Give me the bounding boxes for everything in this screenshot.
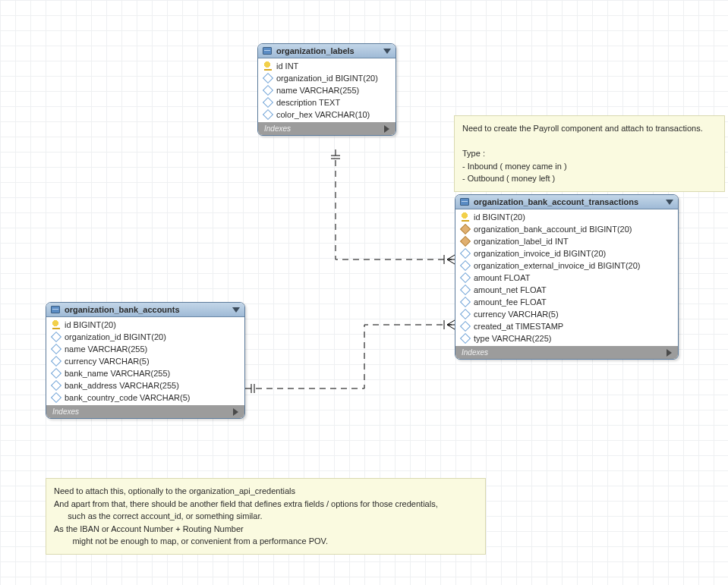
diamond-icon [460, 321, 471, 332]
chevron-right-icon [233, 408, 238, 416]
column-text: organization_id BIGINT(20) [65, 332, 166, 341]
table-header[interactable]: organization_bank_accounts [46, 303, 244, 317]
column-row[interactable]: type VARCHAR(225) [455, 332, 678, 344]
column-row[interactable]: description TEXT [258, 96, 396, 109]
column-row[interactable]: organization_invoice_id BIGINT(20) [455, 247, 678, 259]
column-text: organization_bank_account_id BIGINT(20) [474, 225, 632, 234]
column-text: organization_id BIGINT(20) [276, 74, 378, 83]
column-text: id BIGINT(20) [65, 320, 116, 329]
column-text: currency VARCHAR(5) [474, 310, 559, 319]
column-text: name VARCHAR(255) [276, 86, 359, 95]
diamond-icon [51, 356, 61, 366]
column-row[interactable]: currency VARCHAR(5) [46, 355, 244, 367]
column-text: name VARCHAR(255) [65, 344, 147, 354]
column-row[interactable]: id INT [258, 60, 396, 72]
column-row[interactable]: created_at TIMESTAMP [455, 320, 678, 332]
column-list: id BIGINT(20)organization_bank_account_i… [455, 209, 678, 346]
column-row[interactable]: organization_label_id INT [455, 235, 678, 247]
diamond-icon [460, 248, 471, 259]
diamond-icon [460, 297, 471, 307]
column-row[interactable]: color_hex VARCHAR(10) [258, 109, 396, 121]
column-text: bank_name VARCHAR(255) [65, 369, 170, 378]
table-icon [51, 306, 60, 313]
column-row[interactable]: organization_id BIGINT(20) [46, 331, 244, 343]
table-title: organization_labels [276, 46, 379, 55]
column-row[interactable]: bank_country_code VARCHAR(5) [46, 392, 244, 404]
table-title: organization_bank_account_transactions [474, 197, 661, 206]
diamond-icon [460, 333, 471, 344]
column-text: id INT [276, 61, 298, 71]
column-row[interactable]: name VARCHAR(255) [46, 343, 244, 355]
diamond-icon [460, 272, 471, 283]
diamond-icon [51, 380, 61, 391]
indexes-section[interactable]: Indexes [46, 405, 244, 418]
column-row[interactable]: name VARCHAR(255) [258, 84, 396, 96]
column-text: organization_label_id INT [474, 237, 569, 246]
indexes-section[interactable]: Indexes [455, 346, 678, 359]
indexes-section[interactable]: Indexes [258, 122, 396, 135]
column-row[interactable]: id BIGINT(20) [455, 211, 678, 223]
column-row[interactable]: bank_address VARCHAR(255) [46, 379, 244, 392]
column-text: color_hex VARCHAR(10) [276, 110, 370, 119]
table-icon [263, 47, 272, 55]
column-text: bank_country_code VARCHAR(5) [65, 393, 190, 402]
column-row[interactable]: amount_net FLOAT [455, 284, 678, 296]
key-icon [462, 212, 469, 222]
note-credentials[interactable]: Need to attach this, optionally to the o… [46, 478, 486, 555]
column-text: bank_address VARCHAR(255) [65, 381, 179, 390]
table-title: organization_bank_accounts [65, 305, 228, 314]
note-payroll[interactable]: Need to create the Payroll component and… [454, 115, 725, 192]
column-row[interactable]: organization_id BIGINT(20) [258, 72, 396, 84]
column-text: type VARCHAR(225) [474, 334, 552, 343]
diamond-icon [51, 392, 61, 403]
column-row[interactable]: organization_external_invoice_id BIGINT(… [455, 259, 678, 272]
foreign-key-icon [460, 224, 471, 234]
diamond-icon [51, 332, 61, 342]
diamond-icon [51, 368, 61, 379]
diamond-icon [263, 97, 273, 108]
indexes-label: Indexes [52, 407, 79, 416]
column-text: currency VARCHAR(5) [65, 357, 150, 366]
table-header[interactable]: organization_bank_account_transactions [455, 195, 678, 209]
table-icon [460, 198, 469, 206]
column-row[interactable]: id BIGINT(20) [46, 319, 244, 331]
column-text: organization_invoice_id BIGINT(20) [474, 249, 606, 258]
column-text: organization_external_invoice_id BIGINT(… [474, 261, 641, 270]
diamond-icon [263, 73, 273, 83]
chevron-down-icon [232, 307, 240, 313]
column-row[interactable]: bank_name VARCHAR(255) [46, 367, 244, 379]
diamond-icon [460, 309, 471, 319]
table-organization-bank-accounts[interactable]: organization_bank_accounts id BIGINT(20)… [46, 302, 245, 419]
column-row[interactable]: amount FLOAT [455, 272, 678, 284]
table-organization-bank-account-transactions[interactable]: organization_bank_account_transactions i… [455, 194, 679, 360]
table-organization-labels[interactable]: organization_labels id INTorganization_i… [257, 43, 396, 136]
key-icon [52, 320, 60, 329]
table-header[interactable]: organization_labels [258, 44, 396, 58]
chevron-right-icon [667, 349, 672, 357]
diamond-icon [263, 109, 273, 120]
column-row[interactable]: organization_bank_account_id BIGINT(20) [455, 223, 678, 235]
column-text: amount FLOAT [474, 273, 530, 282]
column-text: amount_fee FLOAT [474, 297, 547, 307]
column-row[interactable]: amount_fee FLOAT [455, 296, 678, 308]
indexes-label: Indexes [462, 348, 488, 357]
chevron-down-icon [383, 49, 391, 54]
column-text: created_at TIMESTAMP [474, 322, 563, 331]
diamond-icon [460, 260, 471, 271]
column-text: amount_net FLOAT [474, 285, 547, 294]
column-text: description TEXT [276, 98, 340, 107]
foreign-key-icon [460, 236, 471, 247]
diamond-icon [263, 85, 273, 96]
column-list: id BIGINT(20)organization_id BIGINT(20)n… [46, 317, 244, 405]
indexes-label: Indexes [264, 124, 291, 133]
chevron-right-icon [384, 125, 389, 133]
column-text: id BIGINT(20) [474, 212, 525, 222]
column-row[interactable]: currency VARCHAR(5) [455, 308, 678, 320]
key-icon [264, 61, 272, 71]
diamond-icon [51, 344, 61, 354]
chevron-down-icon [666, 200, 673, 205]
column-list: id INTorganization_id BIGINT(20)name VAR… [258, 58, 396, 122]
diamond-icon [460, 285, 471, 295]
